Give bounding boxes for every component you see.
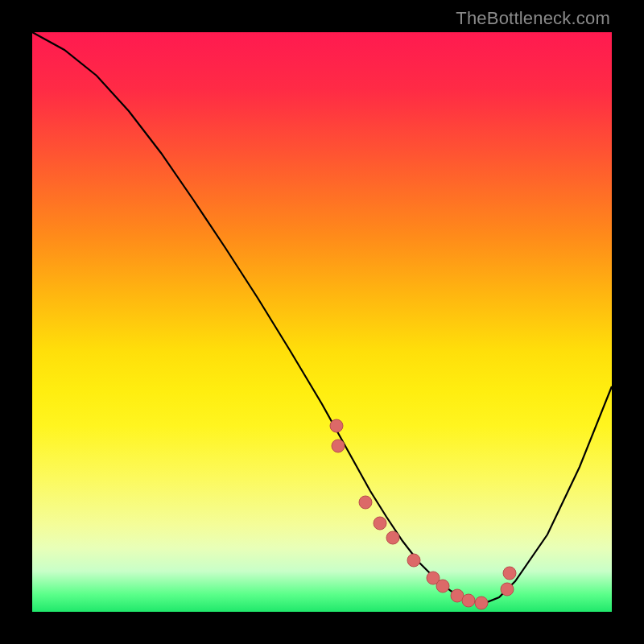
chart-markers (330, 419, 516, 609)
watermark-text: TheBottleneck.com (456, 8, 610, 29)
marker-point (386, 531, 399, 544)
marker-point (359, 496, 372, 509)
marker-point (462, 594, 475, 607)
marker-point (407, 554, 420, 567)
chart-overlay (0, 0, 644, 644)
marker-point (330, 419, 343, 432)
chart-curve (32, 32, 612, 604)
curve-path (32, 32, 612, 604)
marker-point (501, 583, 514, 596)
marker-point (374, 517, 386, 530)
chart-container: TheBottleneck.com (0, 0, 644, 644)
marker-point (436, 580, 449, 592)
marker-point (475, 597, 488, 609)
marker-point (332, 440, 345, 452)
marker-point (503, 567, 516, 580)
